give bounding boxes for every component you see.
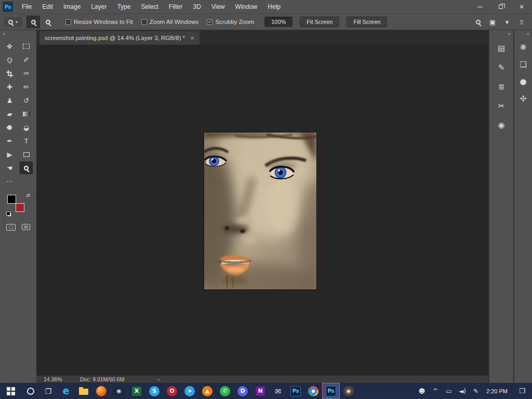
eyedropper-tool[interactable]: ✑ <box>20 67 33 79</box>
brush-tool[interactable]: ✏ <box>20 81 33 93</box>
menu-item[interactable]: Window <box>230 0 263 14</box>
move-tool[interactable]: ✥ <box>3 40 16 52</box>
hand-tool[interactable]: ☚ <box>3 162 16 174</box>
resize-windows-to-fit-checkbox[interactable]: Resize Windows to Fit <box>65 19 133 25</box>
path-selection-tool[interactable]: ▶ <box>3 148 16 161</box>
whatsapp-app[interactable]: ✆ <box>216 383 234 399</box>
menu-item[interactable]: Layer <box>86 0 112 14</box>
lasso-tool[interactable]: Ϙ <box>3 54 16 66</box>
pen-tool[interactable]: ✒ <box>3 135 16 147</box>
skype-app[interactable]: S <box>145 383 163 399</box>
zoom-100-button[interactable]: 100% <box>264 17 292 27</box>
workspace-switcher[interactable]: ▣ <box>488 18 497 26</box>
zoom-in-button[interactable]: + <box>26 16 40 28</box>
clone-stamp-tool[interactable]: ♟ <box>3 94 16 107</box>
scrubby-zoom-checkbox[interactable]: ✓ Scrubby Zoom <box>207 19 254 25</box>
collapse-panels-chevron-2[interactable]: » <box>524 30 532 38</box>
taskbar-clock[interactable]: 2:20 PM <box>482 383 512 399</box>
photoshop-app[interactable]: Ps <box>287 383 304 399</box>
excel-app[interactable]: X <box>128 383 145 399</box>
opera-app[interactable]: O <box>163 383 181 399</box>
screen-mode-button[interactable] <box>22 224 30 230</box>
gradients-panel-icon[interactable]: ● <box>516 74 530 89</box>
document-canvas[interactable] <box>204 132 316 289</box>
minimize-button[interactable] <box>470 0 490 14</box>
pen-icon[interactable]: ✎ <box>470 388 482 395</box>
discord-app[interactable]: D <box>234 383 251 399</box>
menu-item[interactable]: Select <box>136 0 163 14</box>
spot-healing-brush-tool[interactable]: ✚ <box>3 81 16 93</box>
foreground-swatch[interactable] <box>7 195 16 204</box>
restore-button[interactable] <box>490 0 511 14</box>
windows-taskbar: ❐e◉XSO➤▲✆DN✉PsPs◉ ☻^▭◄)✎ 2:20 PM ❒ <box>0 383 532 399</box>
zoom-all-windows-checkbox[interactable]: Zoom All Windows <box>141 19 199 25</box>
crop-tool[interactable] <box>3 67 16 79</box>
vlc-app[interactable]: ▲ <box>198 383 216 399</box>
file-explorer-app[interactable] <box>75 383 92 399</box>
libraries-panel-icon[interactable]: ◉ <box>492 116 511 134</box>
steam-app[interactable]: ◉ <box>110 383 128 399</box>
close-button[interactable]: ✕ <box>511 0 532 14</box>
menu-item[interactable]: 3D <box>188 0 206 14</box>
edge-app[interactable]: e <box>57 383 75 399</box>
paths-panel-icon[interactable]: ✣ <box>516 91 530 107</box>
rectangle-tool[interactable] <box>20 148 33 161</box>
quick-selection-tool[interactable]: ✐ <box>20 54 33 66</box>
eraser-tool[interactable]: ▰ <box>3 108 16 120</box>
edit-toolbar-button[interactable]: ··· <box>3 175 16 188</box>
menu-item[interactable]: Help <box>262 0 286 14</box>
tool-preset-picker[interactable]: ▾ <box>4 17 22 27</box>
people-icon[interactable]: ☻ <box>416 388 428 395</box>
status-chevron-icon[interactable]: › <box>157 376 159 382</box>
search-icon[interactable] <box>474 20 482 24</box>
default-colors-button[interactable] <box>6 211 11 217</box>
menu-item[interactable]: Image <box>58 0 86 14</box>
document-tab[interactable]: screenshot painting.psd @ 14.4% (Layer 3… <box>39 31 200 45</box>
histogram-panel-icon[interactable]: ▤ <box>492 39 511 57</box>
menu-item[interactable]: View <box>206 0 230 14</box>
display-icon[interactable]: ▭ <box>443 388 455 395</box>
quick-mask-button[interactable] <box>6 224 16 231</box>
color-panel-icon[interactable]: ❋ <box>516 39 530 55</box>
zoom-out-button[interactable]: − <box>41 16 55 28</box>
blur-tool[interactable] <box>3 121 16 134</box>
share-icon[interactable]: ⇧ <box>517 18 526 26</box>
start-button[interactable] <box>0 383 22 399</box>
menu-item[interactable]: Filter <box>164 0 188 14</box>
collapse-panels-chevron[interactable]: » <box>505 30 513 38</box>
status-zoom-field[interactable]: 14.36% <box>44 376 62 382</box>
fill-screen-button[interactable]: Fill Screen <box>347 17 387 27</box>
fit-screen-button[interactable]: Fit Screen <box>300 17 339 27</box>
type-tool[interactable]: T <box>20 135 33 147</box>
brush-settings-panel-icon[interactable]: ✎ <box>492 59 511 76</box>
firefox-app[interactable] <box>92 383 110 399</box>
photoshop-active-app[interactable]: Ps <box>322 383 340 399</box>
dodge-tool[interactable]: ◒ <box>20 121 33 134</box>
zoom-tool[interactable] <box>20 162 33 174</box>
telegram-app[interactable]: ➤ <box>181 383 198 399</box>
volume-icon[interactable]: ◄) <box>457 388 468 395</box>
workspace-chevron-icon[interactable]: ▾ <box>503 18 511 26</box>
action-center-button[interactable]: ❒ <box>512 383 532 399</box>
collapse-tools-chevron[interactable]: « <box>0 30 36 38</box>
chrome-app[interactable] <box>304 383 322 399</box>
rectangular-marquee-tool[interactable] <box>20 40 33 52</box>
close-tab-icon[interactable]: ✕ <box>190 35 194 41</box>
menu-item[interactable]: Type <box>112 0 136 14</box>
show-hidden-icons-chevron[interactable]: ^ <box>430 388 441 395</box>
character-panel-icon[interactable]: ≣ <box>492 78 511 96</box>
properties-panel-icon[interactable]: ✂ <box>492 97 511 115</box>
cortana-button[interactable] <box>22 383 39 399</box>
mail-app[interactable]: ✉ <box>269 383 287 399</box>
onenote-app[interactable]: N <box>251 383 269 399</box>
gimp-app[interactable]: ◉ <box>340 383 357 399</box>
layers-panel-icon[interactable]: ❏ <box>516 57 530 72</box>
gradient-tool[interactable] <box>20 108 33 120</box>
menu-item[interactable]: File <box>17 0 37 14</box>
swap-colors-button[interactable]: ⇄ <box>26 193 30 198</box>
menu-item[interactable]: Edit <box>37 0 58 14</box>
background-swatch[interactable] <box>16 203 24 212</box>
zoom-options: Resize Windows to Fit Zoom All Windows ✓… <box>65 19 262 25</box>
history-brush-tool[interactable]: ↺ <box>20 94 33 107</box>
task-view-button[interactable]: ❐ <box>39 383 57 399</box>
